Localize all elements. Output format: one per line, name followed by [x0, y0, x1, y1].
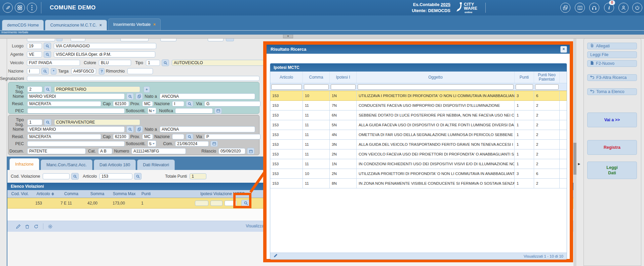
- refresh-icon[interactable]: [34, 224, 38, 229]
- question-button[interactable]: ?: [99, 68, 105, 75]
- tipo-sog-search-button[interactable]: [44, 86, 51, 93]
- luogo-desc-input[interactable]: [54, 43, 156, 49]
- tipo-sog-input[interactable]: [27, 86, 42, 92]
- mctc-row[interactable]: 153102NUTILIZZAVA PROIETTORI DI PROFONDI…: [270, 169, 567, 179]
- colore-input[interactable]: [99, 60, 131, 66]
- manual-book-icon[interactable]: [575, 3, 585, 13]
- mctc-row[interactable]: 153112NCON VEICOLO FACEVA USO DEI PROIET…: [270, 149, 567, 159]
- tab-comunicazione-m-c-t-c[interactable]: Comunicazione M.C.T.C.×: [45, 20, 107, 30]
- settings-gear-icon[interactable]: [48, 224, 52, 229]
- tipo-sog2-desc-input[interactable]: [54, 119, 140, 125]
- tipo-sog2-search-button[interactable]: [44, 119, 51, 126]
- cap2-input[interactable]: [113, 134, 129, 139]
- mctc-row[interactable]: 153113NALLA GUIDA DEL VEICOLO TRASPORTAN…: [270, 140, 567, 149]
- ipotesi-input-1[interactable]: [195, 201, 208, 206]
- registra-button[interactable]: Registra: [587, 140, 637, 155]
- star-button[interactable]: *: [51, 68, 56, 75]
- allegati-button[interactable]: Allegati: [587, 43, 637, 49]
- tipo-sog2-input[interactable]: [27, 119, 42, 125]
- apps-grid-icon[interactable]: [15, 3, 25, 13]
- sidebar-splitter-icon[interactable]: ▶: [577, 161, 581, 167]
- agente-desc-input[interactable]: [54, 51, 155, 57]
- nato-a-input[interactable]: [160, 93, 255, 99]
- tab-dati-rilevatori[interactable]: Dati Rilevatori: [137, 160, 175, 170]
- nazione-res-input[interactable]: [172, 101, 184, 106]
- mctc-filter-input[interactable]: [331, 84, 356, 90]
- mctc-filter-input[interactable]: [271, 84, 302, 90]
- mctc-row[interactable]: 153114NOMETTEVA DI FAR USO DELLA SEGNALA…: [270, 130, 567, 140]
- f3-altra-ricerca-button[interactable]: F3-Altra Ricerca: [587, 74, 637, 81]
- scrollbar-thumb[interactable]: [573, 143, 576, 175]
- prov-input[interactable]: [142, 101, 153, 106]
- com-date-input[interactable]: [175, 141, 209, 146]
- cod-violazione-input[interactable]: [43, 173, 70, 179]
- nome2-input[interactable]: [27, 126, 125, 132]
- veicolo-input[interactable]: [27, 60, 80, 66]
- via-input[interactable]: [204, 101, 260, 106]
- tipo-search-button[interactable]: [162, 59, 169, 66]
- collapse-handle-icon[interactable]: ▼: [283, 35, 293, 38]
- mctc-row[interactable]: 153117NCONDUCENTE FACEVA USO IMPROPRIO D…: [270, 101, 567, 110]
- pec-input[interactable]: [27, 108, 125, 114]
- agente-search-button[interactable]: [44, 51, 51, 58]
- leggi-file-button[interactable]: Leggi File: [587, 51, 637, 58]
- agente-code-input[interactable]: [27, 51, 42, 57]
- notifica-calendar-icon[interactable]: [214, 108, 222, 114]
- rilascio-calendar-icon[interactable]: [247, 148, 254, 154]
- mctc-row[interactable]: 153118NIN ZONA NON PIENAMENTE VISIBILE C…: [270, 179, 567, 188]
- copy-subject2-icon[interactable]: [135, 126, 143, 133]
- targa-input[interactable]: [71, 68, 96, 74]
- nazione2-res-search-button[interactable]: [186, 134, 193, 140]
- resid-input[interactable]: [27, 101, 101, 106]
- vertical-scrollbar[interactable]: [573, 38, 576, 266]
- nome2-search-button[interactable]: [126, 126, 134, 133]
- tab-manc-con-sanz-acc[interactable]: Manc.Con./Sanz.Acc.: [41, 160, 92, 170]
- tab-inserimento-verbale[interactable]: Inserimento Verbale×: [108, 18, 161, 30]
- tipo-input[interactable]: [146, 60, 160, 66]
- mctc-filter-input[interactable]: [358, 84, 514, 90]
- vai-a-button[interactable]: Vai a >>: [587, 113, 637, 127]
- docum-input[interactable]: [27, 148, 86, 154]
- articolo-search-button[interactable]: [134, 173, 142, 180]
- rilascio-input[interactable]: [218, 148, 245, 154]
- support-headphones-icon[interactable]: [589, 3, 599, 13]
- nazione-res-search-button[interactable]: [186, 101, 193, 107]
- mctc-row[interactable]: 153111NIN CONDIZIONI RICHIEDENTI USO DEI…: [270, 159, 567, 169]
- sottoscritt-dropdown[interactable]: N: [148, 107, 156, 114]
- nato-a2-input[interactable]: [160, 126, 255, 132]
- leggi-dati-button[interactable]: Leggi Dati: [587, 162, 637, 179]
- via2-input[interactable]: [204, 134, 260, 139]
- kebab-menu-icon[interactable]: [27, 3, 37, 13]
- clipped-field[interactable]: [160, 38, 176, 41]
- nome-search-button[interactable]: [126, 93, 134, 100]
- clipped-button[interactable]: [226, 38, 234, 41]
- com-calendar-icon[interactable]: [210, 141, 218, 147]
- segnalazioni-input[interactable]: [27, 76, 259, 81]
- modal-close-icon[interactable]: ×: [560, 46, 567, 53]
- sottoscritt2-dropdown[interactable]: S: [148, 140, 156, 147]
- clipped-field[interactable]: [71, 38, 85, 41]
- f2-nuovo-button[interactable]: F2-Nuovo: [587, 60, 637, 67]
- clipped-field[interactable]: [27, 38, 55, 41]
- launcher-rocket-icon[interactable]: [3, 3, 13, 13]
- clipped-field[interactable]: [208, 38, 224, 41]
- tipo-sog-desc-input[interactable]: [54, 86, 140, 92]
- mctc-filter-input[interactable]: [304, 84, 329, 90]
- torna-a-elenco-button[interactable]: Torna a Elenco: [587, 88, 637, 95]
- copy-subject-icon[interactable]: [135, 93, 143, 100]
- power-logout-icon[interactable]: [632, 3, 642, 13]
- pec2-input[interactable]: [27, 141, 125, 146]
- luogo-search-button[interactable]: [44, 43, 51, 49]
- mctc-row[interactable]: 153101NUTILIZZAVA I PROIETTORI DI PROFON…: [270, 91, 567, 101]
- clipped-button[interactable]: [56, 38, 63, 41]
- totale-punti-input[interactable]: [190, 173, 206, 179]
- luogo-code-input[interactable]: [27, 43, 42, 49]
- resid2-input[interactable]: [27, 134, 101, 139]
- user-profile-icon[interactable]: [618, 3, 629, 13]
- add-subject-button[interactable]: +: [144, 86, 150, 93]
- tab-infrazione[interactable]: Infrazione: [9, 158, 39, 170]
- tab-dati-articolo-180[interactable]: Dati Articolo 180: [94, 160, 136, 170]
- cat-input[interactable]: [98, 148, 112, 154]
- mctc-row[interactable]: 153115NALLA GUIDA FACEVA USO DI DISPOSIT…: [270, 120, 567, 130]
- nazione2-res-input[interactable]: [172, 134, 184, 139]
